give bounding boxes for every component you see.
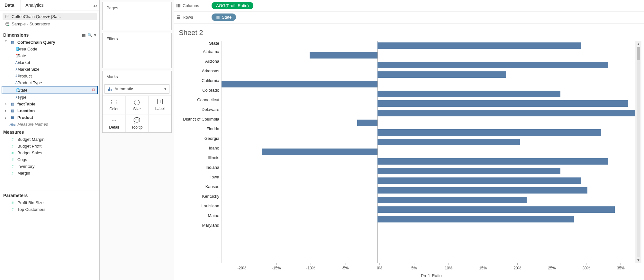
state-label[interactable]: Arizona xyxy=(176,57,219,66)
field-label: Cogs xyxy=(17,157,27,162)
measure-names-field[interactable]: Abc Measure Names xyxy=(2,121,97,128)
field-label: Budget Margin xyxy=(17,137,45,142)
pill-state[interactable]: ⊞ State xyxy=(212,14,236,21)
data-source-item[interactable]: CoffeeChain Query+ (Sa... xyxy=(3,13,97,20)
state-label[interactable]: District of Columbia xyxy=(176,114,219,124)
bar[interactable] xyxy=(310,52,377,59)
state-label[interactable]: Louisiana xyxy=(176,201,219,211)
measure-field[interactable]: #Margin xyxy=(2,170,97,176)
dimension-field[interactable]: 📅 Date xyxy=(2,52,97,59)
search-icon[interactable]: 🔍 xyxy=(87,33,92,37)
rows-shelf[interactable]: Rows ⊞ State xyxy=(174,12,644,23)
state-label[interactable]: Kentucky xyxy=(176,192,219,201)
tree-group-label: Location xyxy=(17,108,35,113)
measure-field[interactable]: #Budget Profit xyxy=(2,143,97,149)
state-label[interactable]: Maine xyxy=(176,211,219,221)
bar[interactable] xyxy=(262,149,377,155)
tree-group-collapsed[interactable]: › ▤ Product xyxy=(2,114,97,121)
bar[interactable] xyxy=(377,206,615,213)
parameter-field[interactable]: #Top Customers xyxy=(2,206,97,213)
state-label[interactable]: Maryland xyxy=(176,221,219,230)
state-label[interactable]: Connecticut xyxy=(176,95,219,105)
bar[interactable] xyxy=(377,42,581,49)
marks-type-dropdown[interactable]: Automatic ▾ xyxy=(104,84,169,94)
measure-field[interactable]: #Inventory xyxy=(2,163,97,170)
x-tick: -15% xyxy=(272,263,281,270)
expand-icon[interactable]: ⊞ xyxy=(216,16,220,19)
dimension-field[interactable]: Abc Market Size xyxy=(2,66,97,73)
state-label[interactable]: Florida xyxy=(176,124,219,134)
tab-analytics[interactable]: Analytics xyxy=(21,0,50,11)
tab-data[interactable]: Data xyxy=(0,0,21,11)
chevron-right-icon[interactable]: › xyxy=(4,102,8,106)
vertical-scrollbar[interactable]: ▲ ▼ xyxy=(635,41,641,263)
marks-label-button[interactable]: 🅃Label xyxy=(149,96,171,114)
bar[interactable] xyxy=(377,168,560,174)
dimension-field[interactable]: 🌐 Area Code xyxy=(2,46,97,52)
x-axis[interactable]: Profit Ratio -20%-15%-10%-5%0%5%10%15%20… xyxy=(221,263,641,278)
filters-card[interactable]: Filters xyxy=(102,33,172,68)
state-label[interactable]: Iowa xyxy=(176,172,219,182)
grid-icon[interactable]: ▦ xyxy=(82,33,86,37)
dimension-field[interactable]: Abc Market xyxy=(2,59,97,66)
sheet-title[interactable]: Sheet 2 xyxy=(176,27,641,41)
bars-plot[interactable] xyxy=(221,41,635,263)
marks-cell-label: Size xyxy=(133,107,141,111)
marks-detail-button[interactable]: ⋯Detail xyxy=(103,114,125,132)
state-label[interactable]: Illinois xyxy=(176,153,219,163)
state-label[interactable]: Indiana xyxy=(176,163,219,172)
pill-profit-ratio[interactable]: AGG(Profit Ratio) xyxy=(212,2,253,9)
marks-color-button[interactable]: ⋮⋮Color xyxy=(103,96,125,114)
bar[interactable] xyxy=(377,158,608,165)
bar[interactable] xyxy=(377,197,527,203)
tab-spacer: ▴▾ xyxy=(50,0,99,11)
state-label[interactable]: Alabama xyxy=(176,47,219,57)
bar[interactable] xyxy=(377,216,574,222)
bar[interactable] xyxy=(377,71,506,78)
tree-group-collapsed[interactable]: › ▤ factTable xyxy=(2,101,97,107)
menu-caret-icon[interactable]: ▾ xyxy=(94,33,96,37)
bar[interactable] xyxy=(222,81,377,87)
state-label[interactable]: California xyxy=(176,76,219,86)
scroll-down-icon[interactable]: ▼ xyxy=(637,257,640,263)
measure-field[interactable]: #Budget Margin xyxy=(2,136,97,143)
measure-field[interactable]: #Budget Sales xyxy=(2,149,97,156)
bar[interactable] xyxy=(377,139,520,145)
marks-tooltip-button[interactable]: 💬Tooltip xyxy=(125,114,148,132)
tree-group[interactable]: ˅ ▤ CoffeeChain Query xyxy=(2,39,97,46)
scroll-up-icon[interactable]: ▲ xyxy=(637,41,640,47)
parameter-field[interactable]: #Profit Bin Size xyxy=(2,199,97,206)
state-label[interactable]: Idaho xyxy=(176,143,219,153)
updown-icon[interactable]: ▴▾ xyxy=(94,3,97,8)
chevron-down-icon[interactable]: ˅ xyxy=(4,40,8,45)
dimension-field[interactable]: 🌐 State ⧉ xyxy=(2,86,98,94)
state-label[interactable]: Delaware xyxy=(176,105,219,114)
bar[interactable] xyxy=(377,91,560,97)
marks-size-button[interactable]: ◯Size xyxy=(125,96,148,114)
scroll-thumb[interactable] xyxy=(637,47,640,60)
bar[interactable] xyxy=(357,120,377,126)
bar[interactable] xyxy=(377,177,581,184)
bar[interactable] xyxy=(377,187,588,194)
marks-card: Marks Automatic ▾ ⋮⋮Color◯Size🅃Label⋯Det… xyxy=(102,71,172,133)
data-source-item[interactable]: Sample - Superstore xyxy=(3,20,97,28)
state-label[interactable]: Colorado xyxy=(176,86,219,95)
bar[interactable] xyxy=(377,110,635,116)
scroll-track[interactable] xyxy=(637,47,640,257)
table-icon: ▤ xyxy=(10,115,15,120)
state-label[interactable]: Kansas xyxy=(176,182,219,192)
dimension-field[interactable]: Abc Product xyxy=(2,73,97,79)
dimension-field[interactable]: Abc Type xyxy=(2,94,97,101)
bar[interactable] xyxy=(377,129,601,136)
bar[interactable] xyxy=(377,62,608,68)
chevron-right-icon[interactable]: › xyxy=(4,108,8,113)
measure-field[interactable]: #Cogs xyxy=(2,156,97,163)
dimension-field[interactable]: Abc Product Type xyxy=(2,79,97,86)
pages-card[interactable]: Pages xyxy=(102,2,172,30)
columns-shelf[interactable]: Columns AGG(Profit Ratio) xyxy=(174,0,644,12)
chevron-right-icon[interactable]: › xyxy=(4,115,8,120)
tree-group-collapsed[interactable]: › ▤ Location xyxy=(2,107,97,114)
state-label[interactable]: Georgia xyxy=(176,134,219,143)
bar[interactable] xyxy=(377,100,628,107)
state-label[interactable]: Arkansas xyxy=(176,66,219,76)
